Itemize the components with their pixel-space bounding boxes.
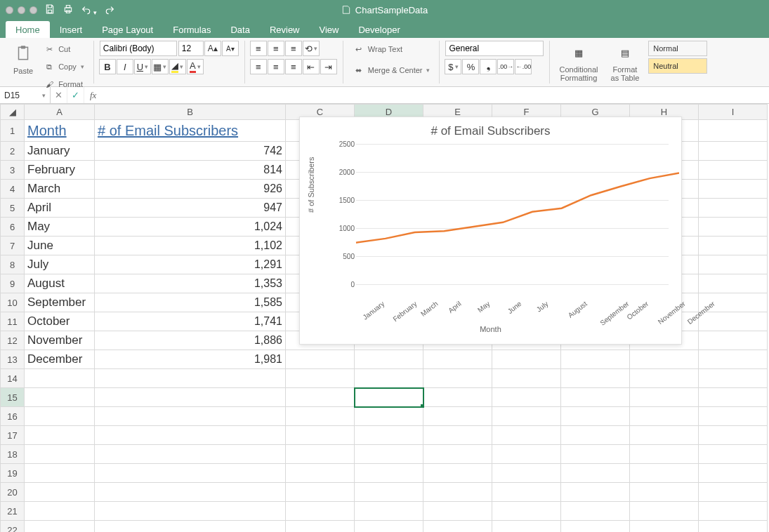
- cell-D14[interactable]: [355, 369, 423, 388]
- cell-H14[interactable]: [630, 369, 699, 388]
- cell-F18[interactable]: [492, 445, 561, 464]
- cell-B7[interactable]: 1,102: [95, 237, 286, 255]
- cell-I7[interactable]: [699, 237, 768, 255]
- cell-G18[interactable]: [561, 445, 630, 464]
- row-header-18[interactable]: 18: [1, 445, 25, 464]
- cell-G16[interactable]: [561, 407, 630, 426]
- cell-D22[interactable]: [355, 521, 423, 533]
- bold-button[interactable]: B: [99, 59, 116, 74]
- cell-I19[interactable]: [699, 464, 768, 483]
- column-header-B[interactable]: B: [95, 105, 286, 120]
- cell-B3[interactable]: 814: [95, 161, 286, 180]
- cell-D17[interactable]: [355, 426, 423, 445]
- row-header-10[interactable]: 10: [1, 293, 25, 312]
- save-icon[interactable]: [44, 4, 55, 17]
- cell-B4[interactable]: 926: [95, 180, 286, 199]
- currency-button[interactable]: $▾: [445, 59, 461, 74]
- cell-I5[interactable]: [699, 199, 768, 218]
- align-center-button[interactable]: ≡: [268, 59, 284, 74]
- row-header-22[interactable]: 22: [1, 521, 25, 533]
- cut-button[interactable]: ✂Cut: [39, 41, 88, 58]
- row-header-20[interactable]: 20: [1, 483, 25, 502]
- tab-review[interactable]: Review: [260, 21, 310, 38]
- cell-B19[interactable]: [95, 464, 286, 483]
- align-bottom-button[interactable]: ≡: [285, 41, 302, 56]
- cell-A6[interactable]: May: [25, 218, 95, 237]
- cell-B22[interactable]: [95, 521, 286, 533]
- row-header-7[interactable]: 7: [1, 237, 25, 255]
- cell-A2[interactable]: January: [25, 142, 95, 161]
- decrease-decimal-button[interactable]: ←.00: [515, 59, 532, 74]
- cell-C17[interactable]: [286, 426, 355, 445]
- minimize-window-icon[interactable]: [18, 6, 25, 14]
- cell-F13[interactable]: [492, 350, 561, 369]
- row-header-12[interactable]: 12: [1, 331, 25, 350]
- cell-D15[interactable]: [355, 388, 423, 407]
- cell-A19[interactable]: [25, 464, 95, 483]
- cell-A8[interactable]: July: [25, 255, 95, 274]
- row-header-6[interactable]: 6: [1, 218, 25, 237]
- cell-F20[interactable]: [492, 483, 561, 502]
- row-header-11[interactable]: 11: [1, 312, 25, 331]
- row-header-16[interactable]: 16: [1, 407, 25, 426]
- cell-A22[interactable]: [25, 521, 95, 533]
- cell-C22[interactable]: [286, 521, 355, 533]
- paste-button[interactable]: Paste: [10, 41, 37, 93]
- cell-E20[interactable]: [423, 483, 492, 502]
- cell-C19[interactable]: [286, 464, 355, 483]
- tab-insert[interactable]: Insert: [50, 21, 93, 38]
- decrease-font-button[interactable]: A▾: [222, 41, 239, 56]
- cell-B2[interactable]: 742: [95, 142, 286, 161]
- cell-A5[interactable]: April: [25, 199, 95, 218]
- cell-D13[interactable]: [355, 350, 423, 369]
- cell-D21[interactable]: [355, 502, 423, 521]
- cell-E22[interactable]: [423, 521, 492, 533]
- row-header-17[interactable]: 17: [1, 426, 25, 445]
- cell-G17[interactable]: [561, 426, 630, 445]
- cell-G22[interactable]: [561, 521, 630, 533]
- orientation-button[interactable]: ⟲▾: [303, 41, 320, 56]
- tab-page-layout[interactable]: Page Layout: [92, 21, 163, 38]
- cell-D18[interactable]: [355, 445, 423, 464]
- cell-A7[interactable]: June: [25, 237, 95, 255]
- cell-H19[interactable]: [630, 464, 699, 483]
- cell-C16[interactable]: [286, 407, 355, 426]
- increase-font-button[interactable]: A▴: [204, 41, 221, 56]
- cell-H17[interactable]: [630, 426, 699, 445]
- row-header-4[interactable]: 4: [1, 180, 25, 199]
- cell-I9[interactable]: [699, 274, 768, 293]
- cell-D20[interactable]: [355, 483, 423, 502]
- cell-E16[interactable]: [423, 407, 492, 426]
- italic-button[interactable]: I: [117, 59, 133, 74]
- cell-I21[interactable]: [699, 502, 768, 521]
- cell-E14[interactable]: [423, 369, 492, 388]
- cell-A16[interactable]: [25, 407, 95, 426]
- cell-H15[interactable]: [630, 388, 699, 407]
- cell-H18[interactable]: [630, 445, 699, 464]
- border-button[interactable]: ▦▾: [152, 59, 169, 74]
- column-header-I[interactable]: I: [699, 105, 768, 120]
- name-box[interactable]: D15▾: [0, 87, 51, 103]
- merge-center-button[interactable]: ⬌Merge & Center▾: [349, 62, 434, 79]
- format-as-table-button[interactable]: ▤ Format as Table: [607, 41, 643, 84]
- cell-F14[interactable]: [492, 369, 561, 388]
- cell-A21[interactable]: [25, 502, 95, 521]
- cell-B20[interactable]: [95, 483, 286, 502]
- close-window-icon[interactable]: [6, 6, 13, 14]
- tab-view[interactable]: View: [310, 21, 349, 38]
- cell-A20[interactable]: [25, 483, 95, 502]
- cell-E13[interactable]: [423, 350, 492, 369]
- cell-D19[interactable]: [355, 464, 423, 483]
- tab-home[interactable]: Home: [6, 21, 50, 38]
- cell-I8[interactable]: [699, 255, 768, 274]
- cell-I18[interactable]: [699, 445, 768, 464]
- cell-I1[interactable]: [699, 120, 768, 142]
- cell-B13[interactable]: 1,981: [95, 350, 286, 369]
- cell-A4[interactable]: March: [25, 180, 95, 199]
- cell-H20[interactable]: [630, 483, 699, 502]
- redo-icon[interactable]: [104, 4, 115, 17]
- cell-B11[interactable]: 1,741: [95, 312, 286, 331]
- row-header-1[interactable]: 1: [1, 120, 25, 142]
- cell-F21[interactable]: [492, 502, 561, 521]
- cell-B12[interactable]: 1,886: [95, 331, 286, 350]
